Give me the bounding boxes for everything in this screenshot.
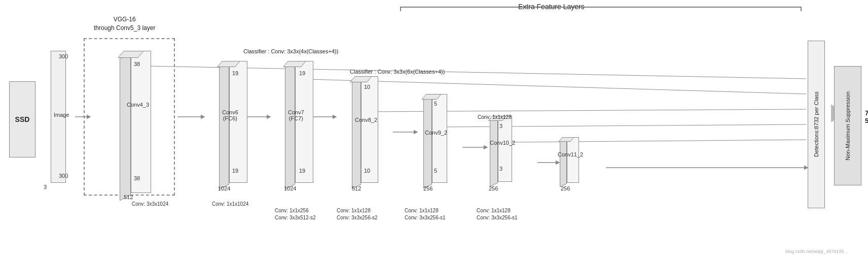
conv7-label: Conv7(FC7) <box>288 109 304 121</box>
dim-300-top: 300 <box>59 53 68 59</box>
below-conv9-1: Conv: 1x1x128 <box>405 208 439 213</box>
vgg-label: VGG-16 through Conv5_3 layer <box>94 15 155 33</box>
conv7-19top: 19 <box>299 70 305 76</box>
conv6-19bot: 19 <box>232 168 238 174</box>
conv6-side <box>219 62 229 189</box>
watermark: blog.csdn.net/wqqr_4579195... <box>785 249 848 254</box>
conv7-19bot: 19 <box>299 168 305 174</box>
ssd-box: SSD <box>9 81 35 157</box>
conv4-side <box>120 53 131 201</box>
conv9-5top: 5 <box>434 101 437 107</box>
conv8-label: Conv8_2 <box>355 117 377 123</box>
conv7-side <box>285 62 295 189</box>
conv6-front <box>229 61 247 183</box>
conv6-1024: 1024 <box>218 185 230 192</box>
dim-3: 3 <box>44 184 47 190</box>
below-conv8-2: Conv: 3x3x256-s2 <box>337 215 378 220</box>
extra-feature-label: Extra Feature Layers <box>518 3 585 11</box>
vgg-text-2: through Conv5_3 layer <box>94 24 155 31</box>
detections-label: Detections:8732 per Class <box>813 91 819 157</box>
below-conv4: Conv: 3x3x1024 <box>132 201 168 207</box>
conv11-front <box>567 137 579 183</box>
conv7-front <box>295 61 313 183</box>
image-label: Image <box>54 112 69 118</box>
below-conv9-2: Conv: 3x3x256-s1 <box>405 215 446 220</box>
conv11-side <box>560 138 567 187</box>
conv9-side <box>423 95 432 188</box>
below-conv10-2: Conv: 3x3x256-s1 <box>477 215 518 220</box>
conv9-5bot: 5 <box>434 168 437 174</box>
conv4-label: Conv4_3 <box>127 102 149 108</box>
classifier-label-2: Classifier : Conv: 3x3x(6x(Classes+4)) <box>350 69 445 75</box>
conv8-side <box>352 78 361 189</box>
conv8-10top: 10 <box>364 84 370 90</box>
conv11-label: Conv11_2 <box>558 151 583 157</box>
conv10-3bot: 3 <box>499 166 502 172</box>
below-conv6: Conv: 1x1x1024 <box>212 201 248 207</box>
conv7-1024: 1024 <box>284 185 296 192</box>
below-conv8-1: Conv: 1x1x128 <box>337 208 371 213</box>
below-conv10-1: Conv: 1x1x128 <box>477 208 511 213</box>
conv8-front <box>361 76 378 183</box>
conv8-512: 512 <box>352 185 361 192</box>
conv9-label: Conv9_2 <box>425 130 447 136</box>
classifier-label-1: Classifier : Conv: 3x3x(4x(Classes+4)) <box>243 48 338 54</box>
conv10-side <box>490 117 498 186</box>
conv11-256: 256 <box>561 185 570 192</box>
conv4-38bot: 38 <box>134 175 140 181</box>
detections-box: Detections:8732 per Class <box>808 41 825 208</box>
below-conv7-1: Conv: 1x1x256 <box>275 208 309 213</box>
diagram-container: SSD 300 Image 300 3 VGG-16 through Conv5… <box>0 0 868 255</box>
conv4-512: 512 <box>124 194 133 200</box>
nms-label: Non-Maximum Suppression <box>845 91 851 161</box>
result-label: 74.3mAP59FPS <box>865 109 868 124</box>
below-conv7-2: Conv: 3x3x512-s2 <box>275 215 316 220</box>
conv10-label: Conv10_2 <box>490 140 515 146</box>
conv10-small-label: Conv: 1x1x128 <box>478 114 512 120</box>
conv10-256: 256 <box>489 185 498 192</box>
conv10-3top: 3 <box>499 123 502 129</box>
conv6-19top: 19 <box>232 70 238 76</box>
vgg-text-1: VGG-16 <box>114 16 136 23</box>
conv9-256: 256 <box>423 185 432 192</box>
conv8-10bot: 10 <box>364 168 370 174</box>
conv4-38top: 38 <box>134 61 140 67</box>
conv6-label: Conv6(FC6) <box>222 109 238 121</box>
ssd-label: SSD <box>15 115 30 123</box>
conv4-front <box>131 51 151 193</box>
svg-line-12 <box>512 140 806 142</box>
nms-box: Non-Maximum Suppression <box>834 66 861 185</box>
dim-300-bot: 300 <box>59 173 68 179</box>
